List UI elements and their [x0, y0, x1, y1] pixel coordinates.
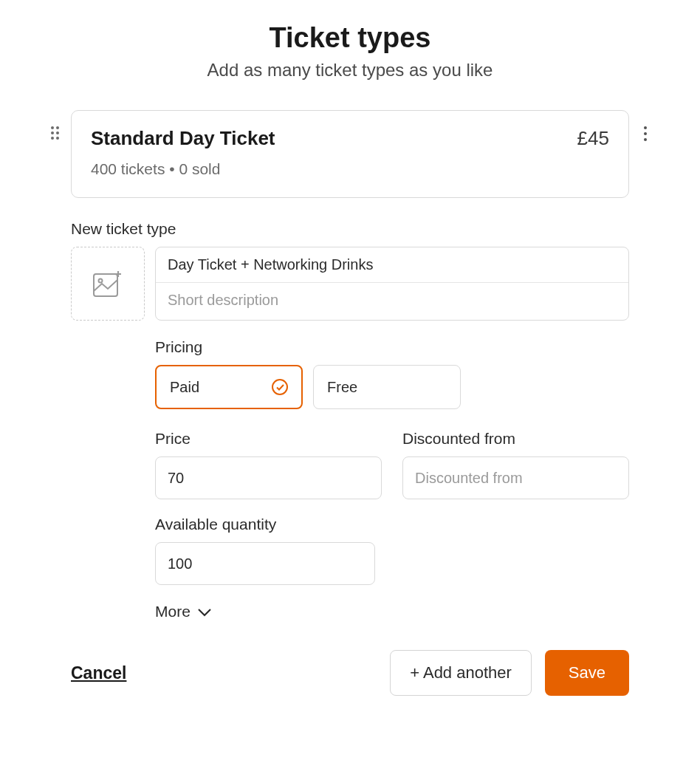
drag-handle-icon[interactable] — [44, 110, 65, 140]
ticket-name-input[interactable] — [156, 247, 628, 282]
more-label: More — [155, 603, 191, 620]
image-upload-button[interactable] — [71, 247, 145, 321]
new-ticket-section-label: New ticket type — [71, 220, 629, 238]
ticket-stats: 400 tickets • 0 sold — [91, 160, 609, 178]
svg-rect-0 — [94, 274, 117, 296]
ticket-price: £45 — [577, 127, 609, 150]
new-ticket-section: New ticket type Pricing Paid — [71, 220, 629, 620]
image-upload-icon — [93, 270, 123, 297]
ticket-name: Standard Day Ticket — [91, 127, 275, 150]
quantity-label: Available quantity — [155, 516, 375, 533]
page-title: Ticket types — [44, 22, 656, 54]
kebab-menu-icon[interactable] — [635, 110, 656, 141]
check-circle-icon — [272, 379, 288, 395]
ticket-description-input[interactable] — [156, 283, 628, 318]
price-label: Price — [155, 430, 382, 448]
page-header: Ticket types Add as many ticket types as… — [44, 22, 656, 81]
text-fields-group — [155, 247, 629, 321]
pricing-options: Paid Free — [155, 365, 629, 409]
chevron-down-icon — [198, 603, 211, 620]
ticket-card[interactable]: Standard Day Ticket £45 400 tickets • 0 … — [71, 110, 629, 198]
pricing-option-free-label: Free — [327, 379, 357, 396]
page-subtitle: Add as many ticket types as you like — [44, 60, 656, 81]
discounted-label: Discounted from — [402, 430, 629, 448]
discounted-input[interactable] — [402, 456, 629, 499]
form-area: Pricing Paid Free Price Discounted from — [155, 338, 629, 620]
pricing-option-paid-label: Paid — [170, 379, 199, 396]
pricing-option-free[interactable]: Free — [313, 365, 461, 409]
pricing-label: Pricing — [155, 338, 629, 356]
price-input[interactable] — [155, 456, 382, 499]
save-button[interactable]: Save — [545, 650, 629, 696]
existing-ticket-row: Standard Day Ticket £45 400 tickets • 0 … — [44, 110, 656, 198]
more-toggle[interactable]: More — [155, 603, 629, 620]
cancel-button[interactable]: Cancel — [71, 663, 126, 683]
add-another-button[interactable]: + Add another — [390, 650, 532, 696]
svg-point-1 — [99, 279, 103, 283]
footer-actions: Cancel + Add another Save — [71, 650, 629, 696]
pricing-option-paid[interactable]: Paid — [155, 365, 303, 409]
quantity-input[interactable] — [155, 542, 375, 585]
